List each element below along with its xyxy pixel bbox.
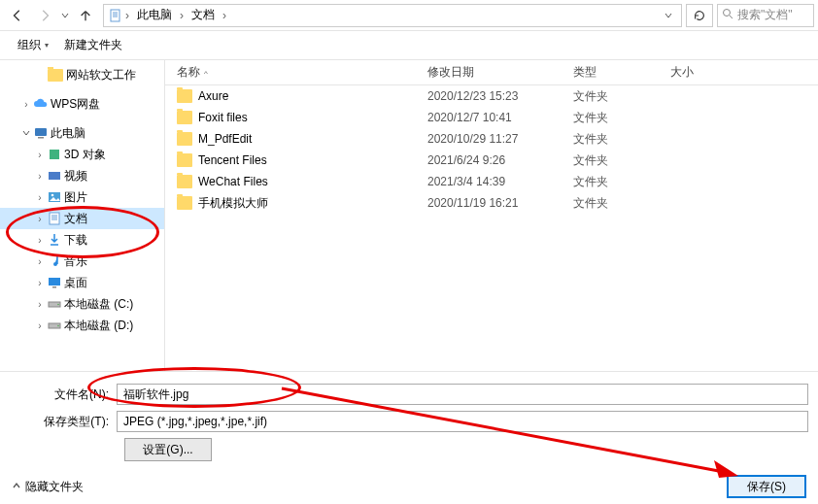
savetype-label: 保存类型(T): [10, 414, 117, 430]
svg-rect-0 [111, 10, 119, 21]
chevron-right-icon: › [178, 9, 186, 22]
file-name: Foxit files [198, 111, 248, 124]
breadcrumb[interactable]: › 此电脑 › 文档 › [103, 4, 682, 27]
breadcrumb-documents[interactable]: 文档 [186, 7, 221, 23]
chevron-up-icon [12, 480, 21, 493]
svg-rect-6 [35, 128, 47, 136]
column-header-name[interactable]: 名称^ [165, 64, 416, 81]
file-row[interactable]: M_PdfEdit2020/10/29 11:27文件夹 [165, 128, 818, 150]
expand-icon[interactable]: › [33, 299, 47, 310]
filename-label: 文件名(N): [10, 386, 117, 403]
desktop-icon [47, 275, 62, 290]
folder-icon [48, 69, 63, 82]
sort-indicator: ^ [204, 69, 208, 78]
folder-icon [177, 175, 192, 188]
save-button[interactable]: 保存(S) [727, 475, 806, 498]
music-icon [47, 253, 62, 269]
column-header-date[interactable]: 修改日期 [416, 64, 562, 81]
file-row[interactable]: Tencent Files2021/6/24 9:26文件夹 [165, 150, 818, 171]
column-header-type[interactable]: 类型 [562, 64, 659, 81]
document-icon [47, 211, 62, 226]
svg-line-5 [730, 16, 733, 18]
file-date: 2020/11/19 16:21 [416, 196, 562, 210]
folder-icon [177, 196, 192, 210]
search-placeholder: 搜索"文档" [737, 7, 793, 23]
drive-icon [47, 318, 62, 333]
folder-icon [177, 153, 192, 167]
sidebar-item-music[interactable]: › 音乐 [0, 251, 164, 272]
file-type: 文件夹 [562, 131, 659, 148]
svg-point-11 [51, 194, 54, 197]
file-type: 文件夹 [562, 88, 659, 105]
pictures-icon [47, 189, 62, 205]
sidebar-item-desktop[interactable]: › 桌面 [0, 272, 164, 293]
svg-rect-9 [49, 172, 60, 180]
up-button[interactable] [72, 4, 99, 27]
expand-icon[interactable]: › [19, 99, 33, 110]
sidebar-item-wps[interactable]: › WPS网盘 [0, 93, 164, 115]
expand-icon[interactable]: › [33, 150, 47, 160]
search-input[interactable]: 搜索"文档" [717, 4, 814, 27]
expand-icon[interactable]: › [33, 256, 47, 267]
svg-point-20 [57, 304, 59, 306]
forward-button [31, 4, 58, 27]
history-dropdown[interactable] [58, 12, 72, 19]
file-name: M_PdfEdit [198, 132, 252, 146]
search-icon [722, 8, 733, 22]
filename-input[interactable]: 福昕软件.jpg [117, 384, 808, 405]
new-folder-button[interactable]: 新建文件夹 [56, 33, 130, 57]
expand-icon[interactable]: › [33, 278, 47, 288]
svg-point-22 [57, 325, 59, 327]
file-type: 文件夹 [562, 110, 659, 126]
expand-icon[interactable]: › [33, 192, 47, 203]
file-name: Tencent Files [198, 153, 267, 167]
file-row[interactable]: Axure2020/12/23 15:23文件夹 [165, 85, 818, 107]
sidebar-item-thispc[interactable]: 此电脑 [0, 122, 164, 144]
folder-icon [177, 89, 192, 103]
collapse-icon[interactable] [19, 129, 33, 137]
savetype-dropdown[interactable]: JPEG (*.jpg,*.jpeg,*.jpe,*.jif) [117, 411, 808, 432]
organize-menu[interactable]: 组织▾ [10, 33, 56, 57]
drive-icon [47, 296, 62, 312]
file-type: 文件夹 [562, 152, 659, 169]
sidebar-item-documents[interactable]: › 文档 [0, 208, 164, 229]
svg-rect-12 [50, 213, 59, 224]
svg-rect-18 [52, 286, 56, 288]
file-date: 2020/12/23 15:23 [416, 89, 562, 103]
breadcrumb-thispc[interactable]: 此电脑 [131, 7, 178, 23]
expand-icon[interactable]: › [33, 214, 47, 224]
sidebar-item-3d[interactable]: › 3D 对象 [0, 144, 164, 165]
sidebar: 网站软文工作 › WPS网盘 此电脑 › 3D 对象 › 视频 › 图片 [0, 60, 165, 371]
settings-button[interactable]: 设置(G)... [124, 438, 212, 461]
sidebar-item-pictures[interactable]: › 图片 [0, 186, 164, 208]
svg-rect-17 [49, 278, 60, 286]
refresh-button[interactable] [686, 4, 713, 27]
svg-rect-7 [38, 137, 44, 139]
chevron-right-icon: › [123, 9, 131, 22]
file-date: 2020/12/7 10:41 [416, 111, 562, 124]
download-icon [47, 232, 62, 248]
file-row[interactable]: Foxit files2020/12/7 10:41文件夹 [165, 107, 818, 128]
sidebar-item-downloads[interactable]: › 下载 [0, 229, 164, 251]
column-header-size[interactable]: 大小 [659, 64, 818, 81]
file-row[interactable]: WeChat Files2021/3/4 14:39文件夹 [165, 171, 818, 192]
file-row[interactable]: 手机模拟大师2020/11/19 16:21文件夹 [165, 192, 818, 214]
expand-icon[interactable]: › [33, 171, 47, 182]
breadcrumb-dropdown[interactable] [660, 9, 677, 22]
sidebar-item-video[interactable]: › 视频 [0, 165, 164, 186]
file-list: 名称^ 修改日期 类型 大小 Axure2020/12/23 15:23文件夹F… [165, 60, 818, 371]
expand-icon[interactable]: › [33, 320, 47, 331]
file-name: WeChat Files [198, 175, 268, 188]
back-button[interactable] [4, 4, 31, 27]
file-type: 文件夹 [562, 174, 659, 190]
sidebar-item-wangzhan[interactable]: 网站软文工作 [0, 64, 164, 85]
svg-point-4 [724, 10, 731, 17]
sidebar-item-diskd[interactable]: › 本地磁盘 (D:) [0, 315, 164, 336]
expand-icon[interactable]: › [33, 235, 47, 246]
file-name: 手机模拟大师 [198, 195, 268, 212]
hide-folders-toggle[interactable]: 隐藏文件夹 [12, 479, 84, 495]
sidebar-item-diskc[interactable]: › 本地磁盘 (C:) [0, 293, 164, 315]
folder-icon [177, 111, 192, 124]
file-date: 2021/3/4 14:39 [416, 175, 562, 188]
3d-icon [47, 147, 62, 162]
